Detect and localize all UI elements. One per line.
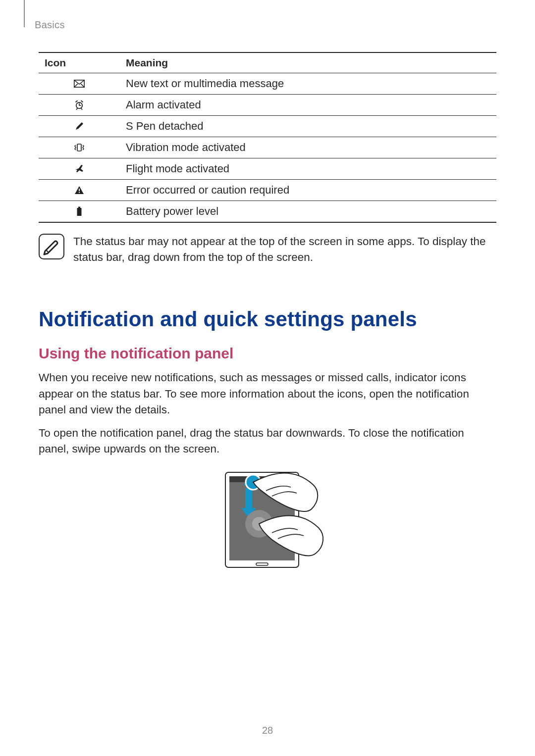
page-number: 28 <box>0 725 535 736</box>
note-icon <box>39 234 64 259</box>
icon-meaning-table: Icon Meaning New text or multimedia mess… <box>39 52 496 223</box>
note-callout: The status bar may not appear at the top… <box>39 234 496 265</box>
alarm-icon <box>74 100 84 110</box>
vibration-icon <box>73 143 85 152</box>
col-meaning-header: Meaning <box>120 52 496 73</box>
svg-rect-11 <box>245 488 252 508</box>
message-icon <box>74 80 85 88</box>
table-row: Alarm activated <box>39 95 496 116</box>
meaning-cell: Flight mode activated <box>120 158 496 180</box>
svg-rect-5 <box>78 207 80 208</box>
paragraph: When you receive new notifications, such… <box>39 370 496 418</box>
table-row: S Pen detached <box>39 116 496 137</box>
svg-rect-6 <box>77 208 82 216</box>
heading-h1: Notification and quick settings panels <box>39 307 496 331</box>
table-row: Error occurred or caution required <box>39 180 496 201</box>
header-rule <box>24 0 25 27</box>
table-row: Vibration mode activated <box>39 137 496 158</box>
table-row: Flight mode activated <box>39 158 496 180</box>
meaning-cell: S Pen detached <box>120 116 496 137</box>
svg-rect-4 <box>79 192 80 193</box>
table-row: Battery power level <box>39 201 496 223</box>
note-text: The status bar may not appear at the top… <box>73 234 496 265</box>
flight-icon <box>74 164 84 174</box>
svg-rect-2 <box>77 144 81 151</box>
warning-icon <box>74 186 84 195</box>
col-icon-header: Icon <box>39 52 120 73</box>
table-row: New text or multimedia message <box>39 73 496 95</box>
drag-down-illustration <box>206 468 329 577</box>
battery-icon <box>76 206 82 216</box>
breadcrumb: Basics <box>35 19 65 31</box>
meaning-cell: Error occurred or caution required <box>120 180 496 201</box>
meaning-cell: Vibration mode activated <box>120 137 496 158</box>
meaning-cell: Alarm activated <box>120 95 496 116</box>
svg-rect-3 <box>79 189 80 191</box>
meaning-cell: Battery power level <box>120 201 496 223</box>
heading-h2: Using the notification panel <box>39 345 496 362</box>
paragraph: To open the notification panel, drag the… <box>39 425 496 457</box>
meaning-cell: New text or multimedia message <box>120 73 496 95</box>
spen-icon <box>74 121 84 131</box>
